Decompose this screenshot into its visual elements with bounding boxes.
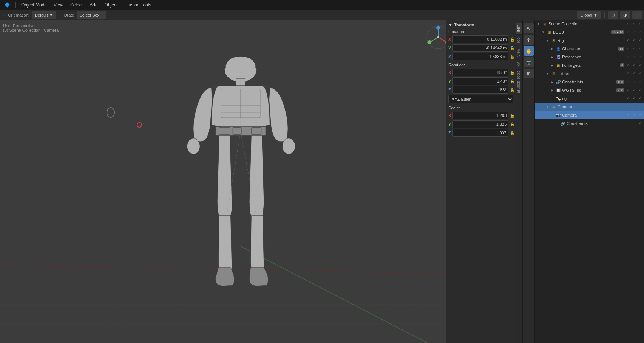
outliner-cam-constraints[interactable]: 🔗 Constraints ✓ — [535, 119, 644, 128]
view-controls[interactable]: ⊞ — [608, 11, 618, 19]
tab-ra[interactable]: RA — [516, 59, 522, 69]
menu-efusion-tools[interactable]: Efusion Tools — [121, 2, 154, 8]
tab-efusion[interactable]: Efusion Tools — [516, 69, 522, 95]
ref-vis[interactable]: ✓ — [625, 54, 630, 60]
ik-vis[interactable]: ✓ — [625, 63, 630, 68]
rotation-z-input[interactable] — [452, 86, 508, 94]
header-toolbar: ⊕ Orientation: Default ▼ Drag: Select Bo… — [0, 10, 644, 20]
outliner-rig2[interactable]: 🦴 rig ✓ ✓ ✓ — [535, 94, 644, 103]
tab-view[interactable]: View — [516, 46, 522, 59]
scale-lock-y[interactable]: 🔒 — [510, 122, 514, 127]
rig2-ren[interactable]: ✓ — [637, 96, 642, 101]
scale-y-input[interactable] — [452, 120, 508, 128]
cam-obj-vis[interactable]: ✓ — [625, 112, 630, 118]
rig-vis[interactable]: ✓ — [625, 38, 630, 43]
rotation-mode-select[interactable]: XYZ Euler — [448, 95, 513, 103]
cam-constr-vis[interactable]: ✓ — [637, 121, 642, 126]
cursor-tool-btn[interactable]: ✛ — [524, 35, 534, 45]
rot-lock-x[interactable]: 🔒 — [510, 70, 514, 75]
menu-object-mode[interactable]: Object Mode — [18, 2, 50, 8]
menu-object[interactable]: Object — [102, 2, 121, 8]
menu-select[interactable]: Select — [67, 2, 86, 8]
scale-z-input[interactable] — [452, 129, 508, 137]
outliner-camera-obj[interactable]: 📷 Camera ✓ ✓ ✓ — [535, 111, 644, 119]
wgts-ren[interactable]: ✓ — [637, 88, 642, 93]
location-z-input[interactable] — [452, 53, 508, 60]
wgts-vis[interactable]: ✓ — [625, 88, 630, 93]
menu-view[interactable]: View — [51, 2, 66, 8]
scale-x-input[interactable] — [452, 112, 508, 119]
shading-controls[interactable]: ◑ — [620, 11, 630, 19]
location-x-input[interactable] — [452, 35, 508, 43]
orientation-dropdown[interactable]: Default ▼ — [32, 11, 56, 19]
tab-tool[interactable]: Tool — [516, 34, 522, 46]
wgts-sel[interactable]: ✓ — [631, 88, 636, 93]
lod0-sel[interactable]: ✓ — [631, 29, 636, 35]
tab-item[interactable]: Item — [516, 22, 522, 34]
lock-z-icon[interactable]: 🔒 — [510, 54, 514, 59]
rig-expand: ▼ — [545, 38, 550, 43]
cam-obj-ren[interactable]: ✓ — [637, 112, 642, 118]
viewport-label: User Perspective (0) Scene Collection | … — [3, 23, 59, 32]
outliner-reference[interactable]: ▶ 🖼 Reference ✓ ✓ ✓ — [535, 53, 644, 61]
lod0-vis[interactable]: ✓ — [625, 29, 630, 35]
outliner-lod0[interactable]: ▼ ⊞ LOD0 15▲13 ✓ ✓ ✓ — [535, 28, 644, 36]
constr-vis[interactable]: ✓ — [625, 79, 630, 85]
scene-ren-icon[interactable]: ✓ — [637, 21, 642, 26]
grid-view-btn[interactable]: ⊞ — [524, 69, 534, 78]
rig2-sel[interactable]: ✓ — [631, 96, 636, 101]
extras-sel[interactable]: ✓ — [631, 71, 636, 76]
ref-sel[interactable]: ✓ — [631, 54, 636, 60]
outliner-wgts-rig[interactable]: ▶ 🔲 WGTS_rig 230 ✓ ✓ ✓ — [535, 86, 644, 94]
ref-ren[interactable]: ✓ — [637, 54, 642, 60]
char-ren[interactable]: ✓ — [637, 46, 642, 51]
drag-dropdown[interactable]: Select Box ~ — [77, 11, 106, 19]
ik-ren[interactable]: ✓ — [637, 63, 642, 68]
outliner-scene-collection[interactable]: ▼ ⊞ Scene Collection ✓ ✓ ✓ — [535, 20, 644, 28]
outliner-camera-collection[interactable]: ▼ ⊞ Camera ✓ ✓ ✓ — [535, 103, 644, 111]
wgts-icon: 🔲 — [555, 87, 561, 93]
constr-ren[interactable]: ✓ — [637, 79, 642, 85]
scale-lock-x[interactable]: 🔒 — [510, 113, 514, 118]
extras-vis[interactable]: ✓ — [625, 71, 630, 76]
extras-ren[interactable]: ✓ — [637, 71, 642, 76]
scene-vis-icon[interactable]: ✓ — [625, 21, 630, 26]
rot-lock-z[interactable]: 🔒 — [510, 87, 514, 92]
outliner-rig[interactable]: ▼ ⊞ Rig ✓ ✓ ✓ — [535, 36, 644, 45]
lod0-ren[interactable]: ✓ — [637, 29, 642, 35]
cam-coll-sel[interactable]: ✓ — [631, 104, 636, 109]
outliner-constraints[interactable]: ▶ 🔗 Constraints 158 ✓ ✓ ✓ — [535, 78, 644, 86]
menu-add[interactable]: Add — [86, 2, 100, 8]
char-sel[interactable]: ✓ — [631, 46, 636, 51]
rot-lock-y[interactable]: 🔒 — [510, 78, 514, 84]
char-vis[interactable]: ✓ — [625, 46, 630, 51]
viewport-3d[interactable]: .model-outline { fill: #b0b0b0; stroke: … — [0, 20, 534, 343]
rotation-x-input[interactable] — [452, 69, 508, 76]
overlay-controls[interactable]: ⊙ — [632, 11, 642, 19]
cam-coll-ren[interactable]: ✓ — [637, 104, 642, 109]
scene-sel-icon[interactable]: ✓ — [631, 21, 636, 26]
cam-obj-sel[interactable]: ✓ — [631, 112, 636, 118]
constr-expand: ▶ — [550, 80, 554, 84]
ik-sel[interactable]: ✓ — [631, 63, 636, 68]
lock-y-icon[interactable]: 🔒 — [510, 45, 514, 51]
outliner-character[interactable]: ▶ 👤 Character 15 ✓ ✓ ✓ — [535, 45, 644, 53]
axis-y-label: Y — [448, 46, 451, 50]
lock-x-icon[interactable]: 🔒 — [510, 37, 514, 42]
extras-icon: ⊞ — [551, 71, 557, 77]
location-y-input[interactable] — [452, 44, 508, 52]
rig-ren[interactable]: ✓ — [637, 38, 642, 43]
camera-view-btn[interactable]: 📷 — [524, 57, 534, 67]
cam-coll-vis[interactable]: ✓ — [625, 104, 630, 109]
rig-sel[interactable]: ✓ — [631, 38, 636, 43]
blender-icon[interactable]: 🔷 — [2, 2, 13, 8]
scale-lock-z[interactable]: 🔒 — [510, 130, 514, 135]
select-tool-btn[interactable]: ↖ — [524, 23, 534, 33]
outliner-extras[interactable]: ▼ ⊞ Extras ✓ ✓ ✓ — [535, 69, 644, 78]
move-tool-btn[interactable]: ✋ — [524, 46, 534, 56]
outliner-ik-targets[interactable]: ▶ ⊞ IK Targets 8 ✓ ✓ ✓ — [535, 61, 644, 69]
constr-sel[interactable]: ✓ — [631, 79, 636, 85]
rotation-y-input[interactable] — [452, 77, 508, 85]
rig2-vis[interactable]: ✓ — [625, 96, 630, 101]
global-dropdown[interactable]: Global ▼ — [577, 11, 601, 19]
